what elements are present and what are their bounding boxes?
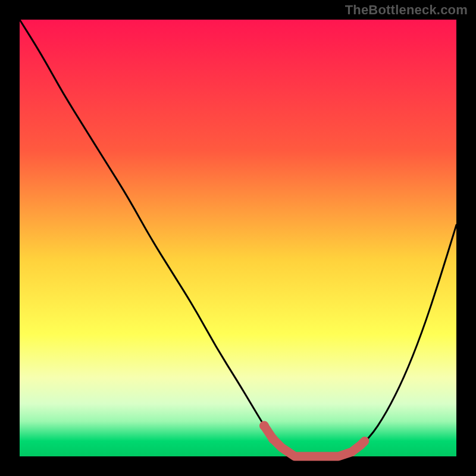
optimal-marker-dot bbox=[268, 434, 278, 444]
watermark-text: TheBottleneck.com bbox=[345, 2, 468, 18]
bottleneck-chart bbox=[0, 0, 476, 476]
chart-frame: TheBottleneck.com bbox=[0, 0, 476, 476]
optimal-marker-dot bbox=[259, 421, 269, 431]
chart-background bbox=[20, 20, 456, 456]
